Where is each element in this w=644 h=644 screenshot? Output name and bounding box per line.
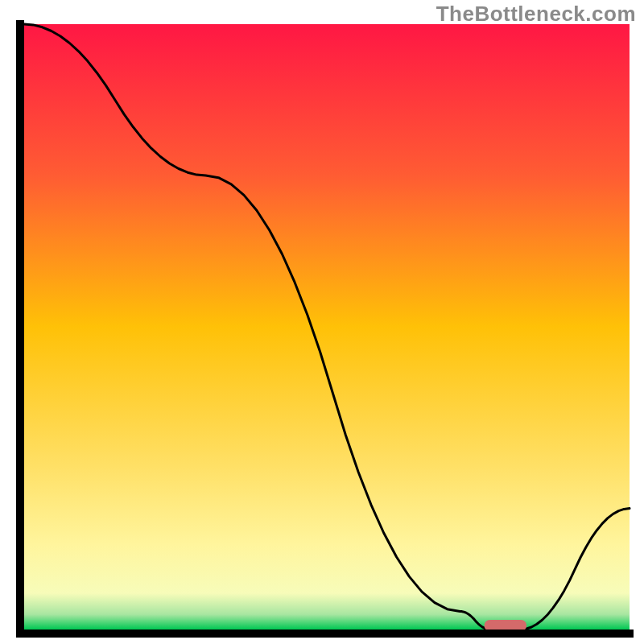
watermark-text: TheBottleneck.com: [436, 2, 636, 27]
gradient-background: [24, 24, 630, 630]
highlight-marker: [485, 620, 527, 631]
bottleneck-chart: [0, 0, 644, 644]
chart-container: TheBottleneck.com: [0, 0, 644, 644]
axis-corner: [16, 630, 24, 638]
